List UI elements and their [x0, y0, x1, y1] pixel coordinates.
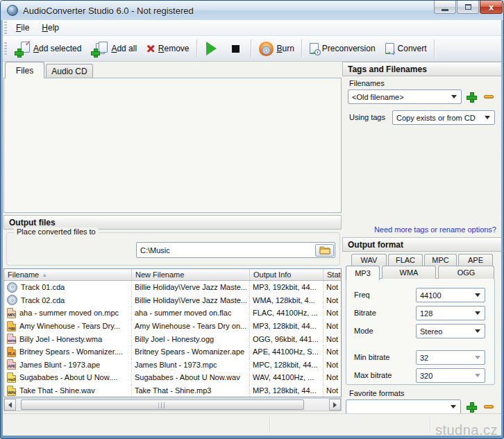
cell-new_name: Billy Joel - Honesty.ogg — [132, 332, 250, 345]
cell-output_info: MP3, 128kbit, 44... — [250, 320, 324, 333]
scroll-right-icon — [333, 402, 337, 408]
using-tags-select[interactable]: Copy exists or from CD — [392, 110, 495, 125]
min-bitrate-select[interactable]: 32 — [416, 350, 485, 365]
cell-new_name: Britney Spears - Womanizer.ape — [132, 345, 250, 359]
table-row[interactable]: Track 01.cdaBillie Holiday\Verve Jazz Ma… — [4, 281, 341, 294]
cell-new_name: Billie Holiday\Verve Jazz Maste... — [132, 281, 250, 294]
cell-status: Not — [324, 307, 342, 320]
tab-files[interactable]: Files — [5, 62, 44, 78]
freq-value: 44100 — [417, 291, 475, 300]
play-icon — [206, 42, 217, 55]
fla-file-icon: FLA — [7, 347, 16, 357]
client-area: File Help ✓ Add selected Add all × Remov… — [3, 20, 501, 436]
format-tab-wav[interactable]: WAV — [351, 254, 387, 266]
tab-audio-cd[interactable]: Audio CD — [46, 64, 93, 78]
cell-status: Not — [324, 320, 342, 333]
table-row[interactable]: oggAmy Winehouse - Tears Dry...Amy Wineh… — [4, 320, 341, 333]
wma-file-icon: wma — [7, 334, 16, 344]
remove-filename-pattern-button[interactable] — [484, 95, 494, 98]
output-path-input[interactable]: C:\Music — [136, 242, 335, 258]
add-all-button[interactable]: Add all — [86, 40, 142, 58]
format-tabs-row1: WAVFLACMPCAPE — [351, 254, 493, 266]
cell-status: Not — [324, 384, 342, 397]
play-button[interactable] — [200, 40, 223, 58]
format-tab-flac[interactable]: FLAC — [388, 254, 423, 266]
close-button[interactable]: x — [480, 1, 503, 14]
toolbar-grip — [4, 42, 7, 55]
maximize-icon — [465, 4, 471, 10]
format-tab-mp3[interactable]: MP3 — [346, 266, 380, 280]
cell-name: oggAmy Winehouse - Tears Dry... — [4, 320, 132, 333]
freq-select[interactable]: 44100 — [416, 288, 485, 302]
browse-output-button[interactable] — [315, 244, 334, 257]
cell-name: FLABritney Spears - Womanizer.... — [4, 345, 132, 359]
preconversion-button[interactable]: → Preconversion — [305, 41, 380, 56]
remove-icon: × — [146, 42, 155, 55]
format-tab-wma[interactable]: WMA — [382, 266, 436, 279]
remove-favorite-format-button[interactable] — [484, 405, 494, 408]
toolbar-separator — [434, 40, 435, 58]
cell-name: Track 01.cda — [4, 281, 132, 294]
max-bitrate-label: Max bitrate — [354, 371, 392, 379]
table-row[interactable]: wmaBilly Joel - Honesty.wmaBilly Joel - … — [4, 332, 341, 345]
preconversion-label: Preconversion — [322, 44, 376, 53]
min-bitrate-value: 32 — [417, 354, 475, 362]
format-tab-ogg[interactable]: OGG — [438, 266, 494, 279]
table-row[interactable]: MPCaha - summer moved on.mpcaha - summer… — [4, 307, 341, 320]
horizontal-scrollbar[interactable] — [3, 398, 342, 411]
cell-output_info: MP3, 128kbit, 44... — [250, 384, 324, 397]
format-tab-mpc[interactable]: MPC — [424, 254, 457, 266]
cell-name: MPCaha - summer moved on.mpc — [4, 307, 132, 320]
cell-new_name: Sugababes - About U Now.wav — [132, 371, 250, 384]
stop-button[interactable] — [223, 43, 249, 55]
bitrate-label: Bitrate — [354, 309, 376, 317]
table-row[interactable]: mp3Sugababes - About U Now....Sugababes … — [4, 371, 341, 384]
mode-select[interactable]: Stereo — [416, 324, 485, 338]
mpc-file-icon: MPC — [7, 308, 16, 318]
column-new-filename[interactable]: New Filename — [132, 269, 250, 280]
add-favorite-format-button[interactable] — [467, 402, 476, 411]
add-selected-button[interactable]: ✓ Add selected — [10, 40, 86, 58]
add-filename-pattern-button[interactable] — [467, 92, 476, 101]
scroll-right-button[interactable] — [329, 399, 341, 411]
status-bar — [3, 413, 501, 436]
filenames-select-value: <Old filename> — [348, 93, 451, 101]
cell-output_info: MPC, 128kbit, 44... — [250, 359, 324, 372]
scrollbar-thumb[interactable] — [21, 399, 304, 410]
table-row[interactable]: WAVTake That - Shine.wavTake That - Shin… — [4, 384, 341, 397]
table-row[interactable]: FLABritney Spears - Womanizer....Britney… — [4, 345, 341, 359]
scroll-left-button[interactable] — [4, 399, 16, 411]
menubar-grip — [4, 21, 7, 34]
column-filename[interactable]: Filename ▲ — [4, 269, 132, 280]
app-window: AudioConverter Studio 6.0 - Not register… — [0, 0, 504, 439]
toolbar-separator — [251, 40, 252, 58]
minimize-button[interactable] — [434, 1, 456, 14]
table-row[interactable]: APEJames Blunt - 1973.apeJames Blunt - 1… — [4, 359, 341, 372]
favorite-formats-select[interactable] — [346, 399, 461, 414]
cell-output_info: WMA, 128kbit, 4... — [250, 294, 324, 307]
format-tab-ape[interactable]: APE — [458, 254, 493, 266]
cell-output_info: WAV, 44100Hz, ... — [250, 371, 324, 384]
cell-new_name: Take That - Shine.mp3 — [132, 384, 250, 397]
bitrate-value: 128 — [417, 309, 475, 318]
bitrate-select[interactable]: 128 — [416, 306, 485, 320]
burn-button[interactable]: Burn — [254, 40, 299, 58]
table-row[interactable]: Track 02.cdaBillie Holiday\Verve Jazz Ma… — [4, 294, 341, 307]
convert-button[interactable]: →♪ Convert — [380, 41, 432, 56]
column-status[interactable]: Statu... — [324, 269, 341, 280]
more-tags-link[interactable]: Need more tags or rename options? — [374, 225, 496, 234]
statusbar-divider — [269, 417, 271, 433]
folder-icon — [319, 246, 330, 255]
menu-file[interactable]: File — [10, 21, 35, 35]
maximize-button[interactable] — [457, 1, 479, 14]
chevron-down-icon — [475, 356, 480, 359]
chevron-down-icon — [475, 311, 480, 315]
menu-help[interactable]: Help — [35, 21, 65, 35]
cell-name: mp3Sugababes - About U Now.... — [4, 371, 132, 384]
filenames-select[interactable]: <Old filename> — [348, 89, 462, 104]
max-bitrate-select[interactable]: 320 — [416, 368, 485, 383]
cell-output_info: MP3, 192kbit, 44... — [250, 281, 324, 294]
remove-button[interactable]: × Remove — [142, 40, 194, 57]
column-output-info[interactable]: Output Info — [250, 269, 324, 280]
add-selected-icon: ✓ — [15, 42, 30, 55]
